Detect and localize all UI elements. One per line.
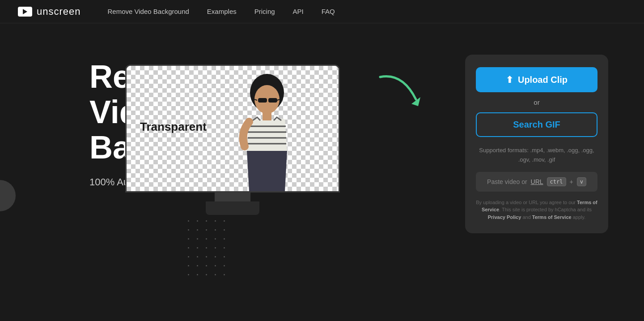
v-key: v xyxy=(577,177,586,186)
monitor-stand xyxy=(206,201,259,215)
terms-after: apply. xyxy=(572,214,586,220)
nav-examples[interactable]: Examples xyxy=(207,8,237,15)
search-gif-label: Search GIF xyxy=(513,120,560,129)
monitor-screen: Transparent xyxy=(127,66,339,191)
logo-text: unscreen xyxy=(37,6,81,17)
left-section: Remove Video Background 100% Automatical… xyxy=(89,50,465,206)
transparent-label: Transparent xyxy=(140,120,207,134)
supported-formats-label: Supported formats: xyxy=(479,147,529,154)
search-gif-button[interactable]: Search GIF xyxy=(476,112,597,137)
terms-link-3[interactable]: Terms of Service xyxy=(532,214,572,220)
terms-text: By uploading a video or URL you agree to… xyxy=(476,199,597,221)
monitor-frame: Transparent xyxy=(125,64,340,193)
monitor-base xyxy=(215,193,250,201)
main-content: Remove Video Background 100% Automatical… xyxy=(0,23,644,321)
or-divider: or xyxy=(476,98,597,106)
paste-area: Paste video or URL ctrl + v xyxy=(476,172,597,192)
ctrl-key: ctrl xyxy=(547,177,566,186)
upload-icon: ⬆ xyxy=(506,74,513,85)
upload-clip-button[interactable]: ⬆ Upload Clip xyxy=(476,67,597,92)
nav-faq[interactable]: FAQ xyxy=(322,8,335,15)
svg-rect-4 xyxy=(268,98,277,103)
terms-and: and xyxy=(521,214,532,220)
supported-formats-values: .mp4, .webm, .ogg, .ogg, .ogv, .mov, .gi… xyxy=(518,147,594,163)
supported-formats: Supported formats: .mp4, .webm, .ogg, .o… xyxy=(476,146,597,165)
terms-middle: . This site is protected by hCaptcha and… xyxy=(499,207,592,212)
svg-rect-3 xyxy=(258,98,267,103)
nav-api[interactable]: API xyxy=(293,8,304,15)
semi-circle-decoration xyxy=(0,180,16,211)
monitor-demo: Transparent xyxy=(125,64,340,215)
navbar: unscreen Remove Video Background Example… xyxy=(0,0,644,23)
upload-clip-label: Upload Clip xyxy=(518,75,568,85)
svg-rect-7 xyxy=(263,111,271,120)
right-panel: ⬆ Upload Clip or Search GIF Supported fo… xyxy=(465,55,608,233)
nav-pricing[interactable]: Pricing xyxy=(254,8,275,15)
terms-before: By uploading a video or URL you agree to… xyxy=(476,200,577,205)
logo-icon xyxy=(18,7,32,17)
paste-label: Paste video or xyxy=(487,178,527,185)
nav-links: Remove Video Background Examples Pricing… xyxy=(108,8,335,16)
nav-remove-video-background[interactable]: Remove Video Background xyxy=(108,8,189,15)
privacy-policy-link[interactable]: Privacy Policy xyxy=(488,214,521,220)
arrow-decoration xyxy=(376,68,429,115)
paste-url-label: URL xyxy=(531,178,543,185)
dot-grid-decoration xyxy=(188,220,230,280)
person-figure xyxy=(222,70,303,191)
logo[interactable]: unscreen xyxy=(18,6,81,17)
